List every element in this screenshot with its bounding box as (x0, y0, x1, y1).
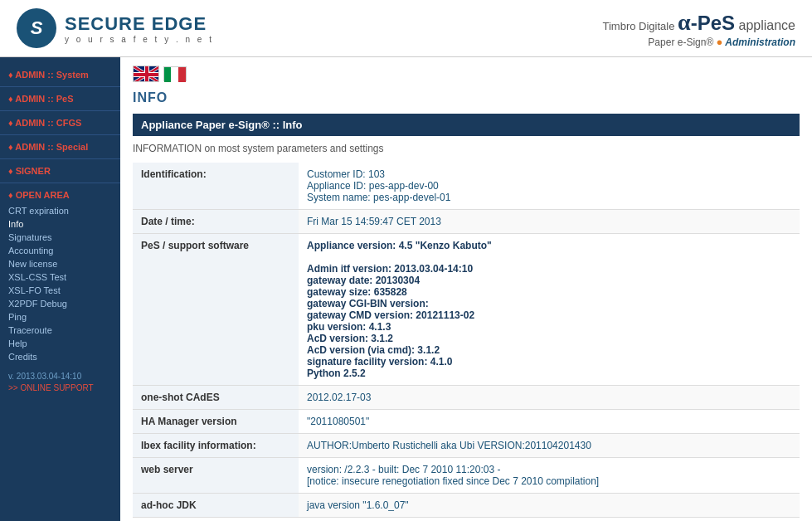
flag-italy[interactable] (163, 66, 187, 81)
pes-detail-line: signature facility version: 4.1.0 (307, 356, 452, 368)
table-row: Date / time:Fri Mar 15 14:59:47 CET 2013 (133, 210, 800, 234)
table-cell-label: HA Manager version (133, 410, 299, 434)
header: S SECURE EDGE y o u r s a f e t y . n e … (0, 0, 812, 57)
sidebar-item-xsl-css-test[interactable]: XSL-CSS Test (0, 270, 120, 284)
svg-rect-8 (134, 73, 159, 76)
table-cell-label: Date / time: (133, 210, 299, 234)
sidebar-item-admin-special[interactable]: ♦ ADMIN :: Special (0, 138, 120, 156)
pes-detail-line: gateway CGI-BIN version: (307, 298, 429, 309)
info-description: INFORMATION on most system parameters an… (133, 143, 800, 154)
sidebar-item-ping[interactable]: Ping (0, 310, 120, 324)
table-cell-label: web server (133, 458, 299, 494)
sidebar-item-xsl-fo-test[interactable]: XSL-FO Test (0, 284, 120, 297)
table-value-line: Appliance ID: pes-app-dev-00 (307, 180, 439, 192)
pes-detail-line: Python 2.5.2 (307, 368, 366, 379)
table-value-line: [notice: insecure renegotiation fixed si… (307, 475, 599, 487)
sidebar: ♦ ADMIN :: System ♦ ADMIN :: PeS ♦ ADMIN… (0, 57, 120, 521)
sidebar-item-admin-cfgs[interactable]: ♦ ADMIN :: CFGS (0, 114, 120, 132)
table-row: Identification:Customer ID: 103Appliance… (133, 163, 800, 210)
content-area: INFO Appliance Paper e-Sign® :: Info INF… (120, 57, 812, 521)
table-row: HA Manager version"2011080501" (133, 410, 800, 434)
table-cell-label: one-shot CAdES (133, 386, 299, 410)
sidebar-item-accounting[interactable]: Accounting (0, 244, 120, 257)
logo-left: S SECURE EDGE y o u r s a f e t y . n e … (17, 8, 214, 48)
sidebar-item-x2pdf-debug[interactable]: X2PDF Debug (0, 297, 120, 310)
table-cell-label: ad-hoc JDK (133, 494, 299, 518)
flag-italy-green (164, 67, 171, 82)
table-row: ad-hoc JDKjava version "1.6.0_07" (133, 494, 800, 518)
table-value-line: System name: pes-app-devel-01 (307, 192, 450, 203)
table-cell-value: version: /2.2.3 - built: Dec 7 2010 11:2… (299, 458, 800, 494)
sidebar-version: v. 2013.03.04-14:10 (0, 363, 120, 383)
table-value-line: version: /2.2.3 - built: Dec 7 2010 11:2… (307, 464, 500, 475)
logo-text: SECURE EDGE y o u r s a f e t y . n e t (65, 13, 214, 44)
logo-tagline: y o u r s a f e t y . n e t (65, 35, 214, 44)
table-value-line: Customer ID: 103 (307, 168, 385, 180)
sidebar-item-credits[interactable]: Credits (0, 350, 120, 363)
sidebar-item-traceroute[interactable]: Traceroute (0, 324, 120, 337)
table-cell-value: "2011080501" (299, 410, 800, 434)
sidebar-item-open-area[interactable]: ♦ OPEN AREA (0, 186, 120, 204)
table-cell-value: Customer ID: 103Appliance ID: pes-app-de… (299, 163, 800, 210)
table-row: one-shot CAdES2012.02.17-03 (133, 386, 800, 410)
timbro-label: Timbro Digitale (603, 20, 678, 32)
info-table: Identification:Customer ID: 103Appliance… (133, 163, 800, 518)
uk-flag-svg (134, 66, 159, 82)
table-cell-value: java version "1.6.0_07" (299, 494, 800, 518)
page-heading: INFO (133, 90, 800, 105)
blue-bar-title: Appliance Paper e-Sign® :: Info (133, 114, 800, 136)
language-flags (133, 66, 800, 82)
pes-detail-line: AcD version: 3.1.2 (307, 333, 393, 344)
admin-bottom: Administration (722, 37, 795, 48)
paper-esign-bottom: Paper e-Sign® (648, 37, 716, 48)
flag-uk[interactable] (133, 66, 159, 82)
logo-name: SECURE EDGE (65, 13, 214, 35)
main-layout: ♦ ADMIN :: System ♦ ADMIN :: PeS ♦ ADMIN… (0, 57, 812, 521)
pes-detail-line: gateway date: 20130304 (307, 275, 420, 286)
sidebar-item-help[interactable]: Help (0, 337, 120, 350)
table-cell-label: Ibex facility information: (133, 434, 299, 458)
table-cell-value: Appliance version: 4.5 "Kenzo Kabuto"Adm… (299, 234, 800, 386)
table-row: Ibex facility information:AUTHOR:Umberto… (133, 434, 800, 458)
sidebar-item-signer[interactable]: ♦ SIGNER (0, 162, 120, 180)
alpha-glyph: α (678, 9, 691, 35)
table-cell-value: AUTHOR:Umberto Rustichelli aka Ubi VERSI… (299, 434, 800, 458)
logo-icon: S (17, 8, 56, 48)
sidebar-item-admin-pes[interactable]: ♦ ADMIN :: PeS (0, 90, 120, 108)
appliance-glyph: appliance (735, 18, 795, 32)
sidebar-item-signatures[interactable]: Signatures (0, 231, 120, 244)
sidebar-item-admin-system[interactable]: ♦ ADMIN :: System (0, 66, 120, 84)
flag-italy-white (171, 67, 177, 82)
sidebar-online-support[interactable]: >> ONLINE SUPPORT (0, 383, 120, 392)
sidebar-item-new-license[interactable]: New license (0, 257, 120, 270)
table-cell-label: Identification: (133, 163, 299, 210)
table-cell-label: PeS / support software (133, 234, 299, 386)
logo-right: Timbro Digitale α-PeS appliance Paper e-… (603, 9, 796, 48)
table-row: web serverversion: /2.2.3 - built: Dec 7… (133, 458, 800, 494)
table-cell-value: Fri Mar 15 14:59:47 CET 2013 (299, 210, 800, 234)
info-table-body: Identification:Customer ID: 103Appliance… (133, 163, 800, 518)
pes-glyph: -PeS (691, 12, 735, 34)
pes-detail-line: pku version: 4.1.3 (307, 321, 391, 333)
pes-appliance-version: Appliance version: 4.5 "Kenzo Kabuto" (307, 240, 492, 251)
logo-right-bottom: Paper e-Sign® ● Administration (603, 36, 796, 48)
pes-detail-line: gateway size: 635828 (307, 286, 407, 298)
pes-detail-line: Admin itf version: 2013.03.04-14:10 (307, 263, 473, 275)
flag-italy-red (178, 67, 186, 82)
sidebar-item-crt-expiration[interactable]: CRT expiration (0, 204, 120, 217)
logo-right-top: Timbro Digitale α-PeS appliance (603, 9, 796, 36)
pes-detail-line: gateway CMD version: 20121113-02 (307, 309, 474, 321)
table-cell-value: 2012.02.17-03 (299, 386, 800, 410)
sidebar-item-info[interactable]: Info (0, 217, 120, 231)
pes-detail-line: AcD version (via cmd): 3.1.2 (307, 344, 440, 356)
table-row: PeS / support softwareAppliance version:… (133, 234, 800, 386)
